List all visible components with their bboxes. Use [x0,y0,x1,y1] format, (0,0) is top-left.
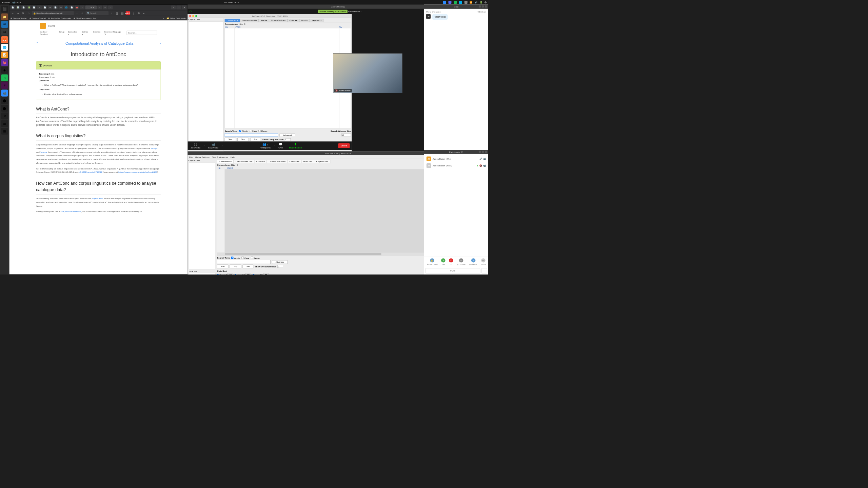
mic-icon[interactable]: 🎤 [479,158,482,160]
browser-tab[interactable]: P [37,5,42,9]
prev-episode-icon[interactable]: ⌃ [36,41,39,46]
nav-setup[interactable]: Setup [59,31,64,36]
tab-concordance[interactable]: Concordance [225,19,240,22]
tab-file-view[interactable]: File View [254,160,267,163]
reload-button[interactable]: ⟳ [21,11,25,15]
dock-mail-icon[interactable]: ✉ [1,28,8,35]
stop-button[interactable]: Stop [230,265,241,268]
reader-icon[interactable]: ▤ [120,11,124,15]
camera-icon[interactable]: 📹 [483,158,486,160]
words-checkbox[interactable]: Words [239,130,248,133]
bookmark-item[interactable]: ⊕ Getting Started [11,17,27,19]
browser-tab[interactable]: 📄 [11,5,15,9]
every-nth-input[interactable] [285,138,291,141]
dock-app2-icon[interactable]: ⬤ [1,105,8,111]
course-title[interactable]: Computational Analysis of Catalogue Data [65,41,133,45]
site-logo[interactable] [40,23,46,29]
participant-item[interactable]: JB James Baker (Host) ▶🔇📹 [426,162,487,169]
browser-tab[interactable]: ⊖ [48,5,53,9]
dock-files-icon[interactable]: 📁 [1,13,8,20]
tab-collocates[interactable]: Collocates [288,160,301,163]
page-search-input[interactable] [126,31,157,35]
tray-skype-icon[interactable] [459,1,462,4]
menu-button[interactable]: ≡ [142,11,146,15]
tray-zoom-icon[interactable] [443,1,446,4]
sort-button[interactable]: Sort [250,138,261,141]
window-maximize[interactable]: □ [176,5,181,9]
browser-tab-next[interactable]: › [97,5,102,9]
tab-clusters[interactable]: Clusters/N-Grams [267,160,288,163]
tab-keyword-list[interactable]: Keyword List [314,160,330,163]
dock-obsidian-icon[interactable]: ◆ [1,67,8,74]
browser-tab[interactable]: 📄 [21,5,26,9]
regex-checkbox[interactable]: Regex [251,257,260,259]
start-button[interactable]: Start [217,265,228,268]
tab-concordance-plot[interactable]: Concordance Plot [234,160,255,163]
volume-icon[interactable]: 🔊 [475,1,477,3]
power-icon[interactable]: ⏻ [485,1,487,3]
other-bookmarks[interactable]: 📁 Other Bookmarks [166,17,186,19]
nav-episodes[interactable]: Episodes ▾ [68,31,78,36]
battery-icon[interactable]: 🔋 [480,1,482,3]
menu-file[interactable]: File [189,156,193,158]
level1-input[interactable] [228,273,233,274]
case-checkbox[interactable]: Case [241,257,249,259]
window-close[interactable]: ✕ [182,5,186,9]
go-faster-button[interactable]: »go faster [469,258,477,265]
corpus-files-list[interactable] [189,22,223,143]
extension-icon[interactable]: ⋮ [131,11,135,15]
advanced-button[interactable]: Advanced [272,260,288,264]
window-maximize[interactable] [482,5,484,8]
nav-license[interactable]: License [93,31,100,36]
dock-chrome-icon[interactable]: 🌐 [1,44,8,50]
adblock-icon[interactable]: ABP [126,11,130,15]
tray-spotify-icon[interactable] [454,1,457,4]
downloads-icon[interactable]: ↓ [110,11,114,15]
forward-button[interactable]: → [16,11,20,15]
link-lemma[interactable]: lemma [41,151,47,153]
level3-input[interactable] [263,273,269,274]
link-strings[interactable]: strings [151,147,157,149]
stop-button[interactable]: Stop [237,138,249,141]
tab-word-list[interactable]: Word Li [299,19,310,22]
library-icon[interactable]: ▥ [115,11,119,15]
tab-dropdown[interactable]: ⌄ [108,5,113,9]
window-close[interactable] [485,5,487,8]
every-nth-input[interactable] [277,265,283,268]
link-doi[interactable]: 10.5281/zenodo.3735822 [79,171,102,173]
participants-button[interactable]: 👥 2Participants [257,142,274,149]
dock-app3-icon[interactable]: ▦ [1,120,8,127]
next-episode-icon[interactable]: › [159,41,161,46]
mac-close-icon[interactable] [189,15,191,17]
browser-tab[interactable]: 🌐 [64,5,68,9]
link-langsci[interactable]: https://langsci-press.org/catalog/book/1… [118,171,157,173]
window-minimize[interactable] [479,5,481,8]
tab-collocates[interactable]: Collocate [287,19,299,22]
nav-code-of-conduct[interactable]: Code of Conduct [40,31,55,36]
window-maximize[interactable] [482,150,484,153]
yes-button[interactable]: ✓yes [441,258,445,265]
app-indicator[interactable]: 📹 Zoom [12,1,21,3]
bookmarks-overflow[interactable]: » [163,17,164,19]
level1-checkbox[interactable] [217,274,219,274]
home-link[interactable]: Home [48,24,55,27]
window-minimize[interactable] [479,150,481,153]
clock[interactable]: Fri 5 Feb, 08:52 [21,1,443,3]
browser-tab[interactable]: 📊 [16,5,21,9]
browser-tab[interactable]: 📄 [53,5,58,9]
sort-button[interactable]: Sort [242,265,253,268]
nav-extras[interactable]: Extras ▾ [82,31,90,36]
activities-button[interactable]: Activities [2,1,10,3]
browser-tab[interactable]: 📄 [42,5,47,9]
words-checkbox[interactable]: Words [231,257,240,259]
join-audio-button[interactable]: 🎧Join Audio [188,142,204,149]
browser-tab[interactable]: in [59,5,63,9]
case-checkbox[interactable]: Case [249,130,257,133]
window-minimize[interactable]: − [171,5,176,9]
invite-more-button[interactable]: ⋯ [481,268,487,273]
browser-tab[interactable]: 📄 [32,5,37,9]
browser-tab[interactable]: 📄 [69,5,74,9]
bookmark-icon[interactable]: ☆ [80,11,84,15]
stop-video-button[interactable]: 📹Stop Video [205,142,221,149]
menu-tool-preferences[interactable]: Tool Preferences [212,156,228,158]
